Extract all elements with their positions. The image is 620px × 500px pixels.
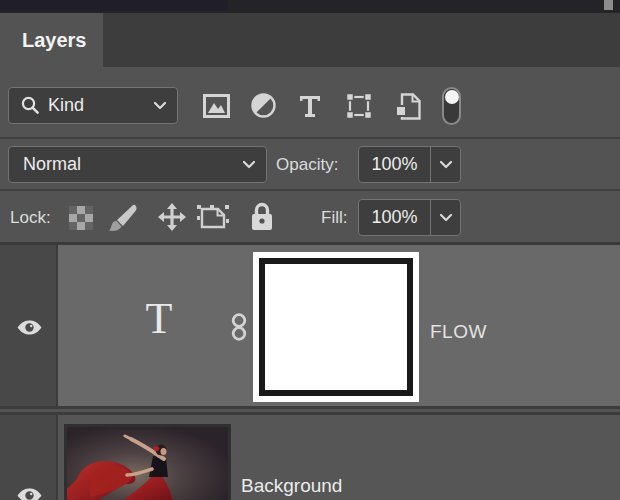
filtering-toggle-knob: [445, 90, 459, 104]
layer-content[interactable]: Background: [58, 415, 620, 500]
layer-name[interactable]: Background: [241, 475, 342, 497]
blend-mode-value: Normal: [23, 154, 242, 175]
layer-row-flow[interactable]: T FLOW: [0, 245, 620, 409]
layer-row-background[interactable]: Background: [0, 412, 620, 500]
window-titlebar: [0, 0, 620, 13]
chevron-down-icon: [439, 213, 453, 222]
type-layers-filter-icon[interactable]: [299, 95, 321, 118]
opacity-slider-button[interactable]: [431, 160, 460, 169]
chevron-down-icon: [242, 160, 256, 169]
shape-layers-filter-icon[interactable]: [346, 93, 372, 119]
eye-icon[interactable]: [17, 488, 42, 500]
chevron-down-icon: [439, 160, 453, 169]
fill-control[interactable]: 100%: [358, 199, 461, 236]
blend-row: Normal Opacity: 100%: [0, 139, 620, 191]
pixel-layers-filter-icon[interactable]: [203, 94, 230, 118]
smart-objects-filter-icon[interactable]: [395, 93, 421, 120]
tab-layers[interactable]: Layers: [0, 13, 103, 67]
lock-image-pixels-icon[interactable]: [108, 204, 138, 232]
layer-mask-fill: [259, 258, 413, 396]
layer-mask-thumbnail[interactable]: [253, 252, 419, 402]
dancer-image: [67, 427, 228, 500]
layer-name[interactable]: FLOW: [430, 321, 487, 343]
visibility-column: [0, 415, 58, 500]
mask-link-icon[interactable]: [230, 313, 248, 341]
fill-slider-button[interactable]: [431, 213, 460, 222]
opacity-label: Opacity:: [276, 155, 338, 175]
lock-label: Lock:: [10, 208, 51, 228]
lock-artboard-nesting-icon[interactable]: [197, 205, 229, 231]
panel-drag-handle[interactable]: [604, 0, 613, 10]
filtering-toggle[interactable]: [442, 87, 461, 125]
chevron-down-icon: [153, 101, 167, 110]
fill-label: Fill:: [321, 208, 347, 228]
lock-all-icon[interactable]: [251, 202, 273, 231]
fill-value[interactable]: 100%: [359, 207, 430, 228]
background-layer-thumbnail[interactable]: [64, 424, 231, 500]
lock-transparent-pixels-icon[interactable]: [69, 206, 93, 230]
filter-kind-label: Kind: [48, 95, 153, 116]
opacity-value[interactable]: 100%: [359, 154, 430, 175]
lock-position-icon[interactable]: [158, 203, 186, 231]
search-icon: [21, 96, 40, 115]
visibility-column: [0, 245, 58, 406]
tab-layers-label: Layers: [22, 29, 87, 52]
filter-row: Kind: [0, 67, 620, 139]
filter-kind-dropdown[interactable]: Kind: [8, 87, 178, 124]
panel-tabbar: Layers: [0, 13, 620, 67]
text-layer-thumbnail[interactable]: T: [114, 297, 204, 341]
eye-icon[interactable]: [17, 320, 42, 335]
lock-row: Lock: Fill: 100%: [0, 191, 620, 245]
opacity-control[interactable]: 100%: [358, 146, 461, 183]
layer-content[interactable]: T FLOW: [58, 245, 620, 406]
titlebar-accent: [0, 0, 228, 11]
adjustment-layers-filter-icon[interactable]: [251, 93, 276, 118]
blend-mode-dropdown[interactable]: Normal: [8, 146, 267, 183]
